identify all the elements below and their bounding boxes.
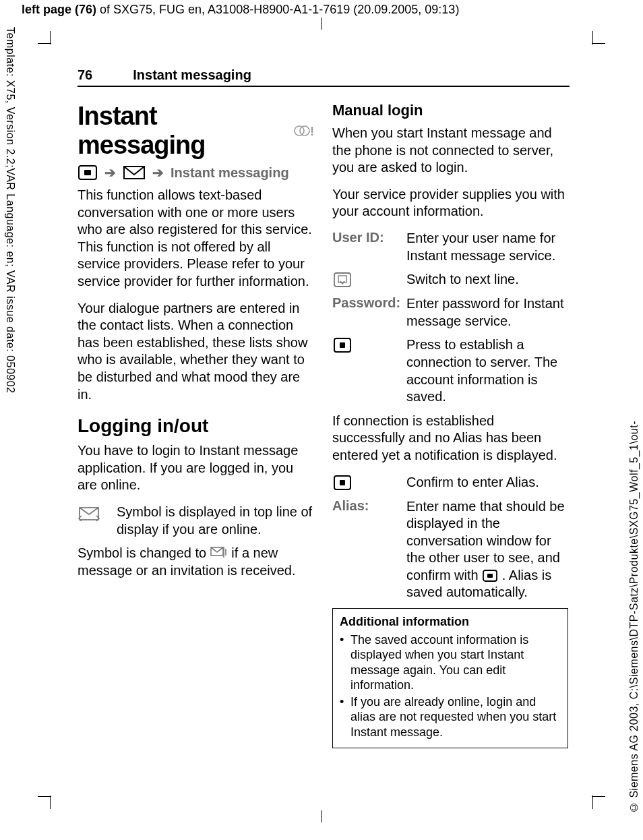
content: 76 Instant messaging Instant messaging !… bbox=[78, 67, 570, 748]
center-key-icon bbox=[332, 336, 400, 405]
symbol-row-online: Symbol is displayed in top line of displ… bbox=[78, 504, 313, 538]
manual-p2: Your service provider supplies you with … bbox=[332, 186, 568, 220]
topbar-rest: of SXG75, FUG en, A31008-H8900-A1-1-7619… bbox=[96, 3, 459, 16]
svg-point-0 bbox=[295, 126, 304, 136]
envelope-icon bbox=[123, 164, 146, 181]
center-key-icon bbox=[332, 474, 400, 491]
crop-mark-icon bbox=[38, 31, 51, 44]
term-password: Password: bbox=[332, 295, 400, 330]
running-head: 76 Instant messaging bbox=[78, 67, 570, 87]
svg-rect-15 bbox=[340, 480, 345, 485]
row-switch: Switch to next line. bbox=[332, 271, 568, 289]
crop-mark-icon bbox=[592, 796, 605, 809]
intro-1: This function allows text-based conversa… bbox=[78, 187, 313, 291]
right-column: Manual login When you start Instant mess… bbox=[332, 102, 568, 748]
nav-path: ➔ ➔ Instant messaging bbox=[78, 164, 313, 181]
definition-list: User ID: Enter your user name for Instan… bbox=[332, 230, 568, 406]
def-switch: Switch to next line. bbox=[406, 271, 568, 289]
right-vertical-meta: © Siemens AG 2003, C:\Siemens\DTP-Satz\P… bbox=[628, 421, 640, 813]
crop-mark-icon bbox=[38, 796, 51, 809]
row-password: Password: Enter password for Instant mes… bbox=[332, 295, 568, 330]
svg-rect-11 bbox=[338, 276, 346, 282]
columns: Instant messaging ! ➔ ➔ Instant messagin… bbox=[78, 102, 570, 748]
def-alias: Enter name that should be displayed in t… bbox=[406, 498, 568, 602]
page-title: Instant messaging ! bbox=[78, 102, 313, 160]
info-item: If you are already online, login and ali… bbox=[340, 694, 561, 740]
left-vertical-meta: Template: X75, Version 2.2;VAR Language:… bbox=[4, 27, 16, 393]
definition-list-2: Confirm to enter Alias. Alias: Enter nam… bbox=[332, 474, 568, 602]
title-text: Instant messaging bbox=[78, 102, 289, 160]
topbar-prefix: left page (76) bbox=[22, 3, 96, 16]
nav-label: Instant messaging bbox=[171, 165, 289, 181]
online-icon bbox=[78, 504, 104, 538]
heading-logging: Logging in/out bbox=[78, 415, 313, 437]
manual-p1: When you start Instant message and the p… bbox=[332, 125, 568, 177]
online-text: Symbol is displayed in top line of displ… bbox=[117, 504, 313, 538]
symbol-changed: Symbol is changed to if a new message or… bbox=[78, 545, 313, 579]
svg-rect-17 bbox=[487, 574, 493, 578]
intro-2: Your dialogue partners are entered in th… bbox=[78, 300, 313, 404]
page: left page (76) of SXG75, FUG en, A31008-… bbox=[0, 0, 643, 840]
new-message-icon bbox=[210, 545, 228, 560]
info-title: Additional information bbox=[340, 614, 561, 630]
manual-p3: If connection is established successfull… bbox=[332, 413, 568, 464]
crop-mark-icon bbox=[592, 31, 605, 44]
arrow-icon: ➔ bbox=[104, 164, 116, 181]
section-title: Instant messaging bbox=[133, 67, 251, 83]
arrow-icon: ➔ bbox=[152, 164, 164, 181]
term-alias: Alias: bbox=[332, 498, 400, 602]
tick-mark-icon bbox=[322, 810, 322, 822]
center-key-icon bbox=[78, 164, 98, 181]
def-confirm: Confirm to enter Alias. bbox=[406, 474, 568, 491]
def-user-id: Enter your user name for Instant message… bbox=[406, 230, 568, 264]
nb-icon: ! bbox=[293, 122, 313, 140]
row-confirm: Confirm to enter Alias. bbox=[332, 474, 568, 491]
page-number: 76 bbox=[78, 67, 92, 83]
tick-mark-icon bbox=[322, 18, 322, 30]
login-intro: You have to login to Instant message app… bbox=[78, 442, 313, 494]
row-press: Press to establish a connection to serve… bbox=[332, 336, 568, 405]
row-user-id: User ID: Enter your user name for Instan… bbox=[332, 230, 568, 264]
topbar: left page (76) of SXG75, FUG en, A31008-… bbox=[22, 3, 459, 17]
svg-rect-13 bbox=[340, 342, 345, 348]
left-column: Instant messaging ! ➔ ➔ Instant messagin… bbox=[78, 102, 313, 748]
row-alias: Alias: Enter name that should be display… bbox=[332, 498, 568, 602]
svg-rect-4 bbox=[84, 170, 91, 175]
down-key-icon bbox=[332, 271, 400, 289]
svg-text:!: ! bbox=[310, 125, 313, 138]
svg-point-1 bbox=[300, 126, 309, 136]
info-item: The saved account information is display… bbox=[340, 632, 561, 693]
info-list: The saved account information is display… bbox=[340, 632, 561, 740]
def-password: Enter password for Instant message servi… bbox=[406, 295, 568, 330]
info-box: Additional information The saved account… bbox=[332, 608, 568, 748]
def-press: Press to establish a connection to serve… bbox=[406, 336, 568, 405]
center-key-icon bbox=[482, 569, 498, 582]
heading-manual-login: Manual login bbox=[332, 102, 568, 119]
term-user-id: User ID: bbox=[332, 230, 400, 264]
